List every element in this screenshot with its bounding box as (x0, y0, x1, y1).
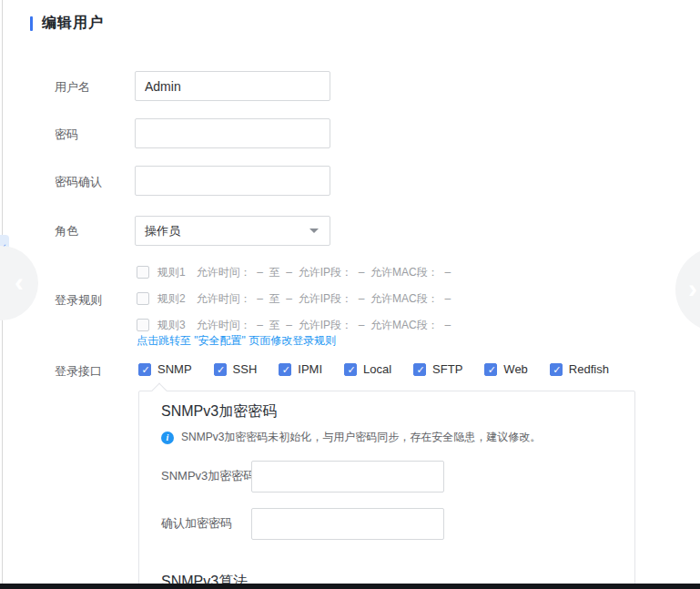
rule-detail: 允许时间： – 至 – 允许IP段： – 允许MAC段： – (197, 291, 451, 307)
interface-label: SNMP (157, 362, 192, 376)
interface-item-sftp[interactable]: SFTP (413, 362, 462, 376)
rule1-checkbox[interactable] (137, 266, 149, 279)
confirm-password-label: 确认加密密码 (161, 516, 232, 531)
redfish-checkbox[interactable] (550, 363, 563, 376)
interface-label: Web (503, 362, 528, 376)
rule-name: 规则3 (157, 318, 186, 333)
snmp-checkbox[interactable] (138, 363, 151, 376)
role-label: 角色 (55, 224, 78, 239)
role-selected-value: 操作员 (145, 223, 309, 239)
password-confirm-label: 密码确认 (55, 175, 102, 189)
local-checkbox[interactable] (344, 363, 357, 376)
page-title-row: 编辑用户 (30, 14, 104, 33)
login-rules-label: 登录规则 (55, 293, 102, 308)
snmpv3-info-text: SNMPv3加密密码未初始化，与用户密码同步，存在安全隐患，建议修改。 (181, 430, 541, 445)
interface-label: IPMI (298, 362, 322, 376)
chevron-down-icon (309, 228, 319, 233)
password-label: 密码 (55, 127, 78, 142)
role-select[interactable]: 操作员 (135, 216, 330, 246)
web-checkbox[interactable] (484, 363, 497, 376)
rule2-checkbox[interactable] (137, 292, 149, 305)
login-rule-row: 规则3 允许时间： – 至 – 允许IP段： – 允许MAC段： – (137, 317, 451, 333)
ipmi-checkbox[interactable] (279, 363, 291, 376)
snmpv3-password-input[interactable] (251, 461, 444, 493)
username-input[interactable] (135, 71, 330, 101)
login-interfaces-row: SNMP SSH IPMI Local SFTP Web Redfish (138, 362, 609, 376)
interface-label: Local (363, 362, 391, 376)
interface-item-web[interactable]: Web (484, 362, 528, 376)
login-rule-row: 规则1 允许时间： – 至 – 允许IP段： – 允许MAC段： – (137, 264, 451, 280)
edit-user-page: 编辑用户 用户名 密码 密码确认 角色 操作员 登录规则 规则1 允许时间： –… (0, 0, 700, 589)
interface-item-ipmi[interactable]: IPMI (279, 362, 322, 376)
rule-detail: 允许时间： – 至 – 允许IP段： – 允许MAC段： – (197, 318, 451, 333)
snmpv3-panel: SNMPv3加密密码 i SNMPv3加密密码未初始化，与用户密码同步，存在安全… (138, 391, 635, 589)
interface-item-redfish[interactable]: Redfish (550, 362, 609, 376)
snmpv3-panel-title: SNMPv3加密密码 (161, 402, 277, 421)
sftp-checkbox[interactable] (413, 363, 426, 376)
carousel-next-button[interactable]: › (675, 248, 700, 331)
panel-notch (152, 383, 167, 399)
snmpv3-info-row: i SNMPv3加密密码未初始化，与用户密码同步，存在安全隐患，建议修改。 (161, 430, 541, 445)
rule-detail: 允许时间： – 至 – 允许IP段： – 允许MAC段： – (197, 265, 451, 280)
chevron-right-icon: › (688, 273, 697, 304)
ssh-checkbox[interactable] (214, 363, 227, 376)
page-title: 编辑用户 (42, 14, 104, 33)
rule-name: 规则1 (157, 265, 186, 280)
login-rule-row: 规则2 允许时间： – 至 – 允许IP段： – 允许MAC段： – (137, 290, 451, 307)
password-input[interactable] (135, 118, 330, 148)
title-accent-bar (30, 16, 33, 31)
interface-item-ssh[interactable]: SSH (214, 362, 258, 376)
username-label: 用户名 (55, 80, 90, 95)
interface-label: SFTP (432, 362, 462, 376)
confirm-password-input[interactable] (251, 508, 444, 540)
interface-label: Redfish (569, 362, 609, 376)
rule3-checkbox[interactable] (137, 319, 149, 331)
rule-name: 规则2 (157, 291, 186, 307)
interface-item-snmp[interactable]: SNMP (138, 362, 192, 376)
interface-label: SSH (233, 362, 258, 376)
interface-item-local[interactable]: Local (344, 362, 391, 376)
chevron-left-icon: ‹ (15, 267, 24, 298)
carousel-prev-button[interactable]: ‹ (0, 246, 38, 320)
window-bottom-edge (0, 584, 700, 589)
info-icon: i (161, 432, 174, 444)
login-interfaces-label: 登录接口 (55, 364, 102, 379)
password-confirm-input[interactable] (135, 166, 330, 196)
snmpv3-password-label: SNMPv3加密密码 (161, 469, 255, 483)
security-config-link[interactable]: 点击跳转至 "安全配置" 页面修改登录规则 (137, 333, 336, 349)
